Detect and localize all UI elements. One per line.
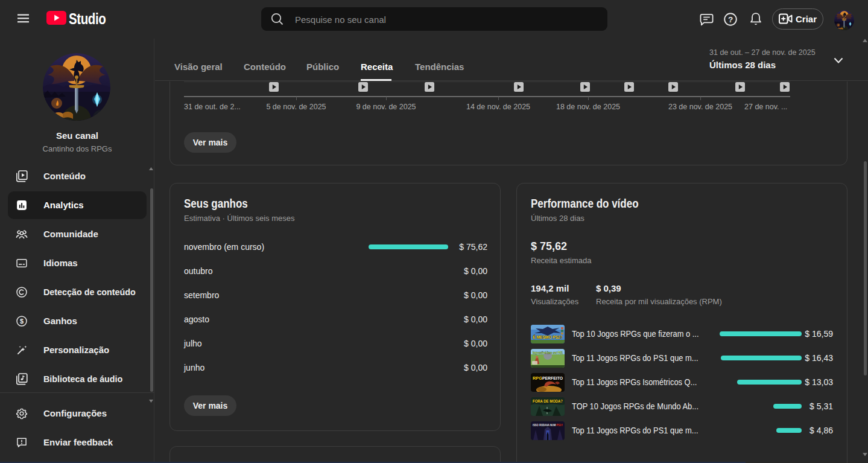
svg-text:FORA DE MODA?: FORA DE MODA? [533,399,563,403]
svg-text:Impossível isso ser PS1: Impossível isso ser PS1 [533,351,563,354]
svg-text:RPG: RPG [533,375,542,381]
svg-text:?: ? [728,15,733,24]
svg-text:$: $ [20,318,24,325]
svg-text:PERFEITO: PERFEITO [542,375,563,381]
svg-text:É MESMO PS2?: É MESMO PS2? [533,334,563,340]
svg-text:ISSO RODAVA NUM PS1!!: ISSO RODAVA NUM PS1!! [533,423,563,427]
